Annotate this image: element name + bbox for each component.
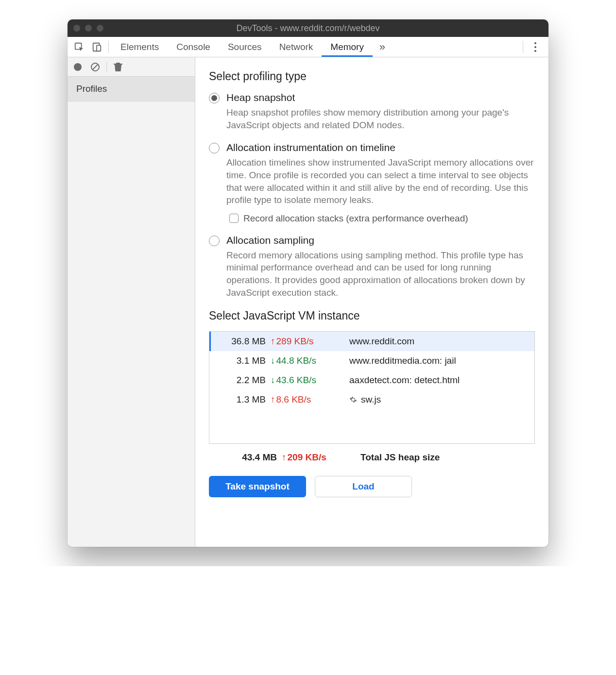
tab-network[interactable]: Network xyxy=(271,37,322,57)
tabbar: ElementsConsoleSourcesNetworkMemory » xyxy=(68,37,548,57)
vm-instance-row[interactable]: 1.3 MB↑8.6 KB/ssw.js xyxy=(209,390,534,409)
inspect-element-icon[interactable] xyxy=(70,37,88,57)
main-panel: Select profiling type Heap snapshotHeap … xyxy=(195,57,548,547)
window-title: DevTools - www.reddit.com/r/webdev xyxy=(68,23,548,34)
vm-origin: sw.js xyxy=(339,394,531,405)
vm-instance-row[interactable]: 36.8 MB↑289 KB/swww.reddit.com xyxy=(209,332,534,351)
vm-rate: ↓43.6 KB/s xyxy=(271,375,339,386)
total-label: Total JS heap size xyxy=(350,452,535,463)
record-allocation-stacks-checkbox[interactable] xyxy=(229,214,239,223)
zoom-dot[interactable] xyxy=(97,25,103,32)
radio-allocation-instrumentation-on-timeline[interactable] xyxy=(209,143,220,153)
tabs-overflow-icon[interactable]: » xyxy=(373,37,392,57)
tab-memory[interactable]: Memory xyxy=(322,37,373,57)
vm-origin: aaxdetect.com: detect.html xyxy=(339,375,531,386)
radio-allocation-sampling[interactable] xyxy=(209,236,220,246)
svg-point-3 xyxy=(74,63,82,71)
svg-rect-2 xyxy=(97,45,101,51)
option-title: Allocation instrumentation on timeline xyxy=(226,142,535,153)
option-description: Heap snapshot profiles show memory distr… xyxy=(226,106,535,131)
device-toggle-icon[interactable] xyxy=(88,37,105,57)
titlebar: DevTools - www.reddit.com/r/webdev xyxy=(68,19,548,37)
option-title: Heap snapshot xyxy=(226,92,535,103)
vm-instance-heading: Select JavaScript VM instance xyxy=(209,309,535,322)
devtools-window: DevTools - www.reddit.com/r/webdev Eleme… xyxy=(68,19,548,547)
vm-rate: ↓44.8 KB/s xyxy=(271,355,339,366)
arrow-down-icon: ↓ xyxy=(271,375,275,386)
profiling-option: Allocation samplingRecord memory allocat… xyxy=(209,235,535,299)
svg-line-5 xyxy=(93,65,98,69)
record-icon[interactable] xyxy=(71,61,84,73)
total-rate: ↑209 KB/s xyxy=(282,452,350,463)
option-description: Record memory allocations using sampling… xyxy=(226,249,535,299)
minimize-dot[interactable] xyxy=(85,25,92,32)
svg-rect-7 xyxy=(114,64,122,65)
close-dot[interactable] xyxy=(73,25,80,32)
option-description: Allocation timelines show instrumented J… xyxy=(226,156,535,206)
profiles-header[interactable]: Profiles xyxy=(68,77,195,101)
tab-console[interactable]: Console xyxy=(168,37,219,57)
vm-size: 1.3 MB xyxy=(209,394,271,405)
vm-size: 36.8 MB xyxy=(209,336,271,347)
arrow-up-icon: ↑ xyxy=(271,394,275,405)
delete-icon[interactable] xyxy=(112,61,124,73)
profiling-type-heading: Select profiling type xyxy=(209,70,535,83)
tabbar-separator xyxy=(108,41,109,53)
profiling-option: Allocation instrumentation on timelineAl… xyxy=(209,142,535,224)
total-size: 43.4 MB xyxy=(209,452,282,463)
radio-heap-snapshot[interactable] xyxy=(209,93,220,103)
load-button[interactable]: Load xyxy=(315,476,412,497)
vm-rate: ↑289 KB/s xyxy=(271,336,339,347)
sidebar: Profiles xyxy=(68,57,195,547)
vm-origin: www.redditmedia.com: jail xyxy=(339,355,531,366)
option-title: Allocation sampling xyxy=(226,235,535,246)
tab-sources[interactable]: Sources xyxy=(219,37,271,57)
tab-elements[interactable]: Elements xyxy=(112,37,168,57)
checkbox-label: Record allocation stacks (extra performa… xyxy=(243,213,468,224)
sidebar-toolbar xyxy=(68,57,195,77)
vm-summary-row: 43.4 MB ↑209 KB/s Total JS heap size xyxy=(209,447,535,468)
gear-icon xyxy=(349,396,357,404)
traffic-lights xyxy=(73,25,103,32)
vm-instance-list: 36.8 MB↑289 KB/swww.reddit.com3.1 MB↓44.… xyxy=(209,331,535,444)
vm-instance-row[interactable]: 2.2 MB↓43.6 KB/saaxdetect.com: detect.ht… xyxy=(209,371,534,390)
vm-instance-row[interactable]: 3.1 MB↓44.8 KB/swww.redditmedia.com: jai… xyxy=(209,351,534,371)
clear-icon[interactable] xyxy=(89,61,102,73)
arrow-up-icon: ↑ xyxy=(271,336,275,347)
vm-size: 3.1 MB xyxy=(209,355,271,366)
arrow-up-icon: ↑ xyxy=(282,452,287,463)
vm-rate: ↑8.6 KB/s xyxy=(271,394,339,405)
take-snapshot-button[interactable]: Take snapshot xyxy=(209,476,306,497)
vm-origin: www.reddit.com xyxy=(339,336,531,347)
profiling-option: Heap snapshotHeap snapshot profiles show… xyxy=(209,92,535,131)
arrow-down-icon: ↓ xyxy=(271,355,275,366)
vm-size: 2.2 MB xyxy=(209,375,271,386)
menu-icon[interactable] xyxy=(528,37,543,57)
